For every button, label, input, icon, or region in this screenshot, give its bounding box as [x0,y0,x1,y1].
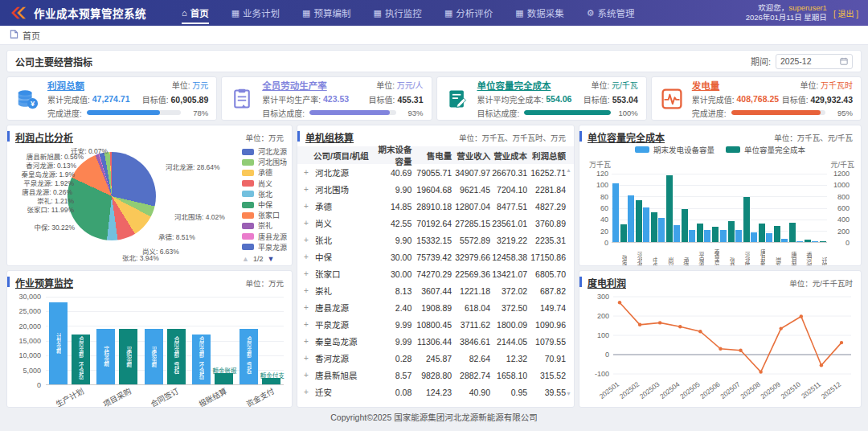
kpi-cards-row: ¥利润总额单位: 万元累计完成值:47,274.71目标值:60,905.89完… [6,76,862,121]
legend-page-down-icon[interactable]: ▼ [267,255,274,263]
legend-page-up-icon[interactable]: ▲ [242,255,249,263]
nav-item-分析评价[interactable]: ▦分析评价 [433,0,504,26]
cost-bar[interactable] [682,209,688,242]
legend-item[interactable]: 河北龙源 [242,146,287,157]
expand-icon[interactable]: + [304,354,310,363]
expand-icon[interactable]: + [304,286,310,295]
breadcrumb-label[interactable]: 首页 [23,29,40,42]
capacity-bar[interactable] [612,183,619,242]
cost-bar[interactable] [666,175,673,242]
expand-icon[interactable]: + [304,252,310,261]
expand-icon[interactable]: + [304,371,310,380]
nav-item-数据采集[interactable]: ▦数据采集 [504,0,575,26]
legend-item[interactable]: 承德 [242,167,287,178]
scroll-down-icon[interactable]: ▼ [566,391,571,396]
cost-bar[interactable] [636,200,642,242]
expand-icon[interactable]: + [304,269,310,278]
capacity-bar[interactable] [658,218,665,242]
capacity-bar[interactable] [766,233,772,242]
kpi-title[interactable]: 全员劳动生产率 [262,79,327,92]
capacity-bar[interactable] [781,239,788,242]
x-label: 香河龙源 [796,245,812,266]
budget-bar[interactable]: 采购金额 [145,329,163,384]
capacity-bar[interactable] [751,232,757,242]
cost-bar[interactable] [697,224,703,242]
table-row[interactable]: +香河龙源0.28245.8782.6412.3270.91 [297,350,574,367]
cost-bar[interactable] [789,223,796,242]
expand-icon[interactable]: + [304,168,310,177]
budget-bar[interactable]: 合同金额（不含税） [192,335,211,384]
capacity-bar[interactable] [720,230,727,242]
table-row[interactable]: +承德14.8528910.1812807.048477.514827.29 [297,198,574,215]
expand-icon[interactable]: + [304,303,310,312]
cell: 2882.74 [452,371,490,380]
capacity-bar[interactable] [628,195,634,242]
cost-bar[interactable] [774,226,780,242]
row-name: +张家口 [304,268,375,280]
nav-item-执行监控[interactable]: ▦执行监控 [362,0,432,26]
logout-button[interactable]: [ 退出 ] [833,7,858,19]
table-row[interactable]: +尚义42.5570192.6427285.1523561.013760.89 [297,215,574,232]
legend-item[interactable]: 中保 [242,199,287,210]
cost-bar[interactable] [620,224,627,242]
table-row[interactable]: +唐县新旭晨8.579828.802882.741658.10315.52 [297,367,574,384]
table-row[interactable]: +张北9.9015332.155572.893219.222235.31 [297,232,574,248]
capacity-bar[interactable] [796,241,803,242]
cost-bar[interactable] [820,241,826,242]
budget-bar[interactable]: 计划金额 [49,302,68,384]
table-row[interactable]: +迁安0.08124.2340.900.9539.55 [297,384,574,400]
legend-item[interactable]: 唐县龙源 [242,232,287,242]
budget-bar[interactable]: 合同金额（含税） [167,329,186,384]
expand-icon[interactable]: + [304,320,310,329]
capacity-bar[interactable] [812,241,818,242]
kpi-title[interactable]: 发电量 [692,79,720,92]
legend-item[interactable]: 崇礼 [242,220,287,231]
capacity-bar[interactable] [674,225,680,243]
legend-item[interactable]: 平泉龙源 [242,242,287,252]
budget-bar[interactable]: 采购金额 [119,329,137,384]
table-row[interactable]: +秦皇岛龙源9.9911306.443846.612144.051079.55 [297,333,574,350]
nav-item-首页[interactable]: ⌂首页 [170,0,220,26]
capacity-bar[interactable] [643,207,649,242]
legend-item[interactable]: 期末发电设备容量 [635,144,714,154]
table-row[interactable]: +河北围场9.9019604.689621.457204.102281.84 [297,181,574,198]
table-row[interactable]: +唐县龙源2.401908.89618.04372.50149.74 [297,299,574,316]
table-row[interactable]: +张家口30.0074270.2922569.3613421.076805.70 [297,265,574,282]
legend-item[interactable]: 尚义 [242,179,287,189]
expand-icon[interactable]: + [304,219,310,228]
table-row[interactable]: +中保30.0075739.4232979.6612458.3817150.86 [297,248,574,265]
table-row[interactable]: +河北龙源40.6979055.7134907.9726670.3116252.… [297,164,574,181]
nav-item-系统管理[interactable]: ⚙系统管理 [575,0,646,26]
capacity-bar[interactable] [735,230,742,242]
expand-icon[interactable]: + [304,337,310,346]
expand-icon[interactable]: + [304,202,310,211]
budget-group-项目采购: 定标金额采购金额 [93,297,141,384]
legend-item[interactable]: 河北围场 [242,157,287,167]
cost-bar[interactable] [743,197,750,242]
capacity-bar[interactable] [704,230,710,242]
legend-item[interactable]: 张北 [242,189,287,199]
table-row[interactable]: +崇礼8.133607.441221.18372.02687.82 [297,282,574,299]
expand-icon[interactable]: + [304,185,310,194]
cost-bar[interactable] [805,240,811,242]
expand-icon[interactable]: + [304,388,310,396]
scroll-up-icon[interactable]: ▲ [566,167,571,173]
period-picker[interactable]: 2025-12 [776,54,853,69]
table-row[interactable]: +平泉龙源9.9910800.453711.621800.091090.96 [297,316,574,333]
cost-bar[interactable] [759,224,765,242]
budget-bar[interactable]: 合同金额（不含税） [72,335,90,384]
cost-bar[interactable] [728,221,735,242]
cost-bar[interactable] [651,212,657,242]
kpi-title[interactable]: 利润总额 [47,79,84,92]
legend-label: 唐县龙源 [258,232,287,242]
capacity-bar[interactable] [689,230,695,242]
legend-item[interactable]: 单位容量完全成本 [726,144,805,154]
budget-bar[interactable]: 合同金额（含税） [240,329,258,384]
budget-bar[interactable]: 定标金额 [96,329,115,384]
legend-item[interactable]: 张家口 [242,210,287,220]
kpi-title[interactable]: 单位容量完全成本 [477,79,551,92]
cost-bar[interactable] [712,227,719,242]
nav-item-预算编制[interactable]: ▦预算编制 [291,0,362,26]
expand-icon[interactable]: + [304,236,310,244]
nav-item-业务计划[interactable]: ▦业务计划 [220,0,291,26]
